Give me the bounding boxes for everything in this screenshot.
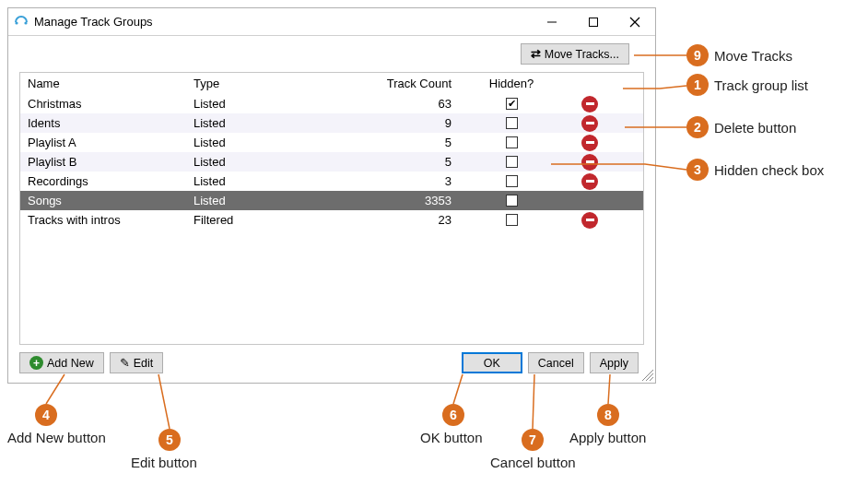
callout-label: Delete button <box>714 120 796 136</box>
hidden-checkbox[interactable] <box>506 175 518 187</box>
cell-name: Christmas <box>28 97 194 111</box>
resize-grip-icon[interactable] <box>642 370 653 381</box>
callout-label-8: Apply button <box>569 430 646 445</box>
cell-type: Listed <box>194 136 341 149</box>
callout-9: 9 Move Tracks <box>686 44 792 66</box>
hidden-checkbox[interactable] <box>506 214 518 226</box>
move-tracks-label: Move Tracks... <box>545 48 619 61</box>
bottom-bar: + Add New ✎ Edit OK Cancel Apply <box>8 345 655 383</box>
col-header-hidden[interactable]: Hidden? <box>461 77 562 90</box>
ok-button[interactable]: OK <box>462 352 522 373</box>
hidden-checkbox[interactable] <box>506 195 518 207</box>
callout-1: 1 Track group list <box>686 74 808 96</box>
minimize-button[interactable] <box>531 8 572 35</box>
cancel-label: Cancel <box>538 357 574 370</box>
hidden-checkbox[interactable]: ✔ <box>506 98 518 110</box>
callout-badge: 9 <box>686 44 709 66</box>
cell-count: 5 <box>341 155 461 169</box>
svg-rect-3 <box>589 18 597 26</box>
apply-button[interactable]: Apply <box>590 352 639 373</box>
track-group-list: Name Type Track Count Hidden? ChristmasL… <box>19 72 644 345</box>
table-row[interactable]: ChristmasListed63✔ <box>20 94 643 113</box>
callout-badge: 1 <box>686 74 709 96</box>
delete-button[interactable] <box>581 173 598 190</box>
cell-count: 5 <box>341 136 461 149</box>
callout-badge: 3 <box>686 159 709 181</box>
col-header-count[interactable]: Track Count <box>341 77 461 90</box>
cell-name: Playlist B <box>28 155 194 169</box>
list-header: Name Type Track Count Hidden? <box>20 73 643 94</box>
delete-button[interactable] <box>581 115 598 132</box>
swap-icon: ⇄ <box>531 47 541 61</box>
hidden-checkbox[interactable] <box>506 156 518 168</box>
callout-3: 3 Hidden check box <box>686 159 824 181</box>
cell-type: Filtered <box>194 213 341 227</box>
callout-4: 4 <box>35 404 57 426</box>
pencil-icon: ✎ <box>120 356 130 370</box>
edit-label: Edit <box>134 357 154 370</box>
callout-badge: 7 <box>522 429 544 451</box>
delete-button[interactable] <box>581 135 598 151</box>
move-tracks-button[interactable]: ⇄ Move Tracks... <box>521 43 629 65</box>
table-row[interactable]: RecordingsListed3 <box>20 172 643 191</box>
cell-type: Listed <box>194 97 341 111</box>
svg-point-0 <box>15 21 18 24</box>
table-row[interactable]: Playlist BListed5 <box>20 152 643 172</box>
callout-2: 2 Delete button <box>686 116 796 138</box>
callout-label-7: Cancel button <box>490 455 576 470</box>
table-row[interactable]: Tracks with introsFiltered23 <box>20 210 643 230</box>
svg-line-7 <box>646 373 653 381</box>
callout-8: 8 <box>597 404 619 426</box>
cell-name: Playlist A <box>28 136 194 149</box>
callout-badge: 2 <box>686 116 709 138</box>
dialog-window: Manage Track Groups ⇄ Move Tracks... Nam… <box>7 7 656 384</box>
callout-label-4: Add New button <box>7 430 106 445</box>
callout-7: 7 <box>522 429 544 451</box>
app-icon <box>14 15 29 30</box>
delete-button[interactable] <box>581 212 598 229</box>
cell-type: Listed <box>194 155 341 169</box>
svg-point-1 <box>24 21 27 24</box>
cell-name: Tracks with intros <box>28 213 194 227</box>
edit-button[interactable]: ✎ Edit <box>110 352 164 373</box>
callout-badge: 5 <box>158 429 181 451</box>
callout-label-5: Edit button <box>131 455 197 470</box>
cell-name: Songs <box>28 194 194 207</box>
move-tracks-bar: ⇄ Move Tracks... <box>8 36 655 66</box>
plus-icon: + <box>29 356 43 370</box>
maximize-button[interactable] <box>572 8 614 35</box>
callout-6: 6 <box>442 404 464 426</box>
apply-label: Apply <box>600 357 628 370</box>
delete-button[interactable] <box>581 154 598 171</box>
cell-count: 3353 <box>341 194 461 207</box>
callout-label: Hidden check box <box>714 162 824 178</box>
svg-line-8 <box>650 377 653 381</box>
callout-label-6: OK button <box>420 430 483 445</box>
table-row[interactable]: IdentsListed9 <box>20 113 643 133</box>
ok-label: OK <box>484 357 500 370</box>
add-new-button[interactable]: + Add New <box>19 352 104 373</box>
cell-count: 63 <box>341 97 461 111</box>
hidden-checkbox[interactable] <box>506 117 518 129</box>
list-body: ChristmasListed63✔IdentsListed9Playlist … <box>20 94 643 344</box>
callout-5: 5 <box>158 429 181 451</box>
callout-badge: 4 <box>35 404 57 426</box>
cell-name: Idents <box>28 116 194 130</box>
hidden-checkbox[interactable] <box>506 136 518 148</box>
window-title: Manage Track Groups <box>34 15 531 29</box>
table-row[interactable]: SongsListed3353 <box>20 191 643 210</box>
delete-button[interactable] <box>581 96 598 112</box>
callout-label: Track group list <box>714 77 808 93</box>
window-controls <box>531 8 655 35</box>
cell-type: Listed <box>194 194 341 207</box>
callout-label: Move Tracks <box>714 48 792 64</box>
titlebar: Manage Track Groups <box>8 8 655 36</box>
close-button[interactable] <box>614 8 655 35</box>
cell-count: 9 <box>341 116 461 130</box>
table-row[interactable]: Playlist AListed5 <box>20 133 643 152</box>
cancel-button[interactable]: Cancel <box>528 352 584 373</box>
cell-name: Recordings <box>28 174 194 188</box>
cell-count: 23 <box>341 213 461 227</box>
col-header-type[interactable]: Type <box>194 77 341 90</box>
col-header-name[interactable]: Name <box>28 77 194 90</box>
